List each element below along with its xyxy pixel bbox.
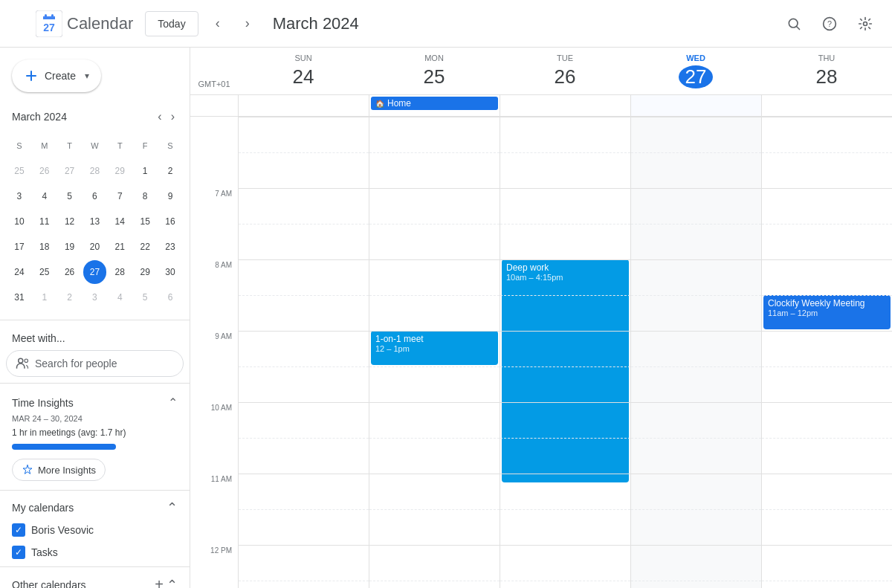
search-button[interactable]	[779, 9, 809, 39]
svg-point-11	[25, 359, 28, 363]
mini-cal-day[interactable]: 27	[83, 260, 107, 284]
day-name-sun: SUN	[294, 54, 311, 62]
mini-cal-day[interactable]: 18	[33, 235, 56, 259]
mini-cal-day[interactable]: 9	[158, 184, 182, 208]
mini-cal-day[interactable]: 28	[108, 260, 132, 284]
mini-cal-day[interactable]: 29	[108, 159, 132, 183]
mini-cal-day[interactable]: 8	[133, 184, 157, 208]
mini-cal-day[interactable]: 27	[58, 159, 82, 183]
day-header-wed[interactable]: WED 27	[630, 48, 761, 94]
hour-line	[500, 117, 630, 117]
home-event[interactable]: 🏠 Home	[371, 97, 498, 110]
mini-cal-day[interactable]: 5	[58, 184, 82, 208]
event-1on1-meet[interactable]: 1-on-1 meet 12 – 1pm	[371, 331, 498, 365]
hour-line	[500, 366, 630, 367]
settings-button[interactable]	[850, 9, 880, 39]
menu-icon[interactable]	[12, 16, 30, 31]
day-header-tue[interactable]: TUE 26	[500, 48, 630, 94]
mini-cal-day[interactable]: 4	[108, 285, 132, 309]
mini-cal-day[interactable]: 25	[33, 260, 56, 284]
other-calendars-collapse[interactable]: ⌃	[167, 577, 178, 589]
mini-cal-next[interactable]: ›	[168, 107, 178, 126]
mini-cal-day[interactable]: 23	[158, 235, 182, 259]
allday-gmt	[190, 95, 238, 116]
create-button[interactable]: Create ▾	[12, 59, 101, 92]
mini-cal-day[interactable]: 21	[108, 235, 132, 259]
mini-cal-day[interactable]: 5	[133, 285, 157, 309]
mini-cal-day[interactable]: 13	[83, 210, 107, 233]
mini-cal-day[interactable]: 1	[133, 159, 157, 183]
hour-line	[369, 295, 500, 296]
help-button[interactable]: ?	[815, 9, 844, 39]
more-insights-button[interactable]: More Insights	[12, 459, 106, 481]
hour-line	[369, 259, 500, 260]
gmt-label: GMT+01	[190, 48, 238, 94]
time-730	[190, 224, 238, 259]
mini-cal-day[interactable]: 28	[83, 159, 107, 183]
mini-cal-day[interactable]: 25	[7, 159, 31, 183]
my-calendars-collapse[interactable]: ⌃	[167, 500, 178, 516]
event-clockify[interactable]: Clockify Weekly Meeting 11am – 12pm	[763, 295, 891, 329]
mini-cal-day[interactable]: 22	[133, 235, 157, 259]
mini-cal-day[interactable]: 11	[33, 210, 56, 233]
day-header-mon[interactable]: MON 25	[369, 48, 500, 94]
mini-cal-day[interactable]: 31	[7, 285, 31, 309]
next-button[interactable]: ›	[234, 10, 261, 37]
mini-cal-prev[interactable]: ‹	[155, 107, 164, 126]
event-deep-work[interactable]: Deep work 10am – 4:15pm	[502, 259, 629, 482]
today-button[interactable]: Today	[145, 11, 198, 36]
calendar-boris[interactable]: Boris Vesovic	[0, 519, 190, 541]
mini-cal-day[interactable]: 12	[58, 210, 82, 233]
mini-cal-day[interactable]: 26	[33, 159, 56, 183]
home-event-title: Home	[387, 98, 411, 109]
mini-cal-day[interactable]: 16	[158, 210, 182, 233]
mini-cal-day[interactable]: 3	[7, 184, 31, 208]
search-people-text: Search for people	[35, 358, 117, 369]
day-header-sun[interactable]: SUN 24	[238, 48, 369, 94]
sidebar: Create ▾ March 2024 ‹ › S M T W	[0, 48, 190, 588]
search-icon	[786, 16, 801, 31]
prev-button[interactable]: ‹	[204, 10, 231, 37]
mini-cal-day[interactable]: 4	[33, 184, 56, 208]
mini-cal-day[interactable]: 15	[133, 210, 157, 233]
mini-cal-day[interactable]: 26	[58, 260, 82, 284]
day-col-tue[interactable]: Deep work 10am – 4:15pm	[500, 117, 630, 588]
people-icon	[16, 357, 29, 370]
search-people[interactable]: Search for people	[6, 350, 184, 377]
mini-cal-day[interactable]: 10	[7, 210, 31, 233]
mini-cal-day[interactable]: 3	[83, 285, 107, 309]
mini-cal-day[interactable]: 30	[158, 260, 182, 284]
hour-line	[762, 402, 892, 403]
day-num-28: 28	[809, 65, 844, 88]
mini-cal-day[interactable]: 20	[83, 235, 107, 259]
day-col-thu[interactable]: Clockify Weekly Meeting 11am – 12pm	[761, 117, 892, 588]
boris-checkbox[interactable]	[12, 523, 25, 537]
mini-cal-day[interactable]: 24	[7, 260, 31, 284]
day-col-wed[interactable]	[630, 117, 761, 588]
main-layout: Create ▾ March 2024 ‹ › S M T W	[0, 48, 892, 588]
calendar-tasks[interactable]: Tasks	[0, 541, 190, 563]
settings-icon	[858, 16, 873, 31]
mini-cal-day[interactable]: 2	[158, 159, 182, 183]
mini-cal-day[interactable]: 6	[158, 285, 182, 309]
day-name-tue: TUE	[557, 54, 573, 62]
event-1on1-time: 12 – 1pm	[375, 344, 494, 353]
allday-mon[interactable]: 🏠 Home	[369, 95, 500, 116]
mini-cal-day[interactable]: 1	[33, 285, 56, 309]
day-col-sun[interactable]	[238, 117, 369, 588]
mini-cal-day[interactable]: 17	[7, 235, 31, 259]
hour-line	[369, 188, 500, 189]
day-col-mon[interactable]: 1-on-1 meet 12 – 1pm	[369, 117, 500, 588]
mini-cal-day[interactable]: 6	[83, 184, 107, 208]
other-calendars-add[interactable]: +	[155, 576, 164, 588]
mini-cal-day[interactable]: 29	[133, 260, 157, 284]
weekday-m: M	[33, 134, 56, 158]
mini-cal-day[interactable]: 2	[58, 285, 82, 309]
day-header-thu[interactable]: THU 28	[761, 48, 892, 94]
google-calendar-logo: 27	[36, 10, 62, 37]
tasks-checkbox[interactable]	[12, 546, 25, 559]
mini-cal-day[interactable]: 19	[58, 235, 82, 259]
mini-cal-day[interactable]: 14	[108, 210, 132, 233]
time-insights-collapse[interactable]: ⌃	[168, 395, 178, 410]
mini-cal-day[interactable]: 7	[108, 184, 132, 208]
